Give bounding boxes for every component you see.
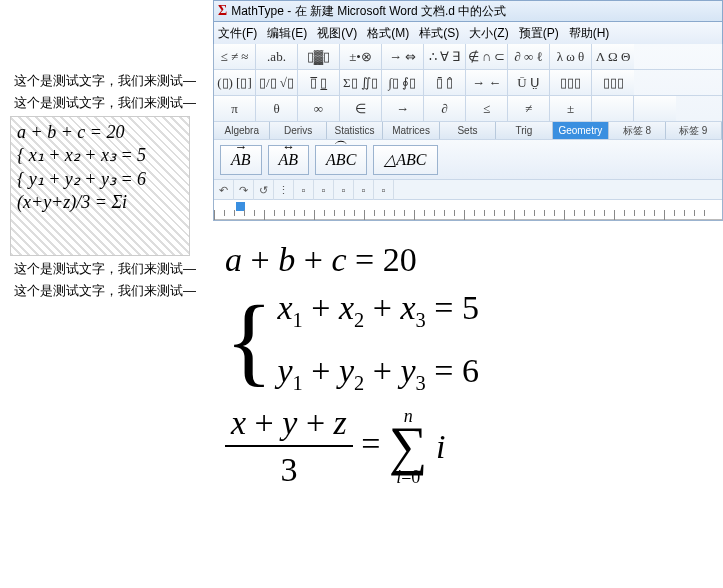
quick-pi[interactable]: π xyxy=(214,96,256,121)
equation-editor[interactable]: a + b + c = 20 { x1 + x2 + x3 = 5 y1 + y… xyxy=(213,221,723,509)
menu-format[interactable]: 格式(M) xyxy=(367,25,409,42)
palette-greek-upper[interactable]: Λ Ω Θ xyxy=(592,44,634,69)
toolbar-row-1: ≤ ≠ ≈ .ab. ▯▓▯ ±•⊗ → ⇔ ∴ ∀ ∃ ∉ ∩ ⊂ ∂ ∞ ℓ… xyxy=(214,44,722,70)
slot-icon[interactable]: ▫ xyxy=(294,180,314,200)
tab-statistics[interactable]: Statistics xyxy=(327,122,383,139)
toolbar-row-2: (▯) [▯] ▯/▯ √▯ ▯̅ ▯̲ Σ▯ ∬▯ ∫▯ ∮▯ ▯̄ ▯̂ →… xyxy=(214,70,722,96)
palette-overbars[interactable]: ▯̄ ▯̂ xyxy=(424,70,466,95)
undo-icon[interactable]: ↶ xyxy=(214,180,234,200)
palette-logic[interactable]: ∴ ∀ ∃ xyxy=(424,44,466,69)
palette-spaces[interactable]: .ab. xyxy=(256,44,298,69)
template-arc-abc[interactable]: ⏜ABC xyxy=(315,145,367,175)
geometry-templates: →AB ↔AB ⏜ABC △ABC xyxy=(214,140,722,180)
quick-le[interactable]: ≤ xyxy=(466,96,508,121)
tab-geometry[interactable]: Geometry xyxy=(553,122,609,139)
slot-icon[interactable]: ▫ xyxy=(334,180,354,200)
palette-fractions[interactable]: ▯/▯ √▯ xyxy=(256,70,298,95)
menu-edit[interactable]: 编辑(E) xyxy=(267,25,307,42)
tab-derivs[interactable]: Derivs xyxy=(270,122,326,139)
palette-boxes[interactable]: ▯▯▯ xyxy=(592,70,634,95)
tab-9[interactable]: 标签 9 xyxy=(666,122,722,139)
slot-icon[interactable]: ▫ xyxy=(374,180,394,200)
mathtype-window: Σ MathType - 在 新建 Microsoft Word 文档.d 中的… xyxy=(213,0,723,588)
palette-arrows[interactable]: → ⇔ xyxy=(382,44,424,69)
tab-8[interactable]: 标签 8 xyxy=(609,122,665,139)
tab-algebra[interactable]: Algebra xyxy=(214,122,270,139)
embedded-formula-object[interactable]: a + b + c = 20 { x₁ + x₂ + x₃ = 5 { y₁ +… xyxy=(10,116,190,256)
redo-icon[interactable]: ↷ xyxy=(234,180,254,200)
palette-greek-lower[interactable]: λ ω θ xyxy=(550,44,592,69)
menu-icon[interactable]: ⋮ xyxy=(274,180,294,200)
menu-bar: 文件(F) 编辑(E) 视图(V) 格式(M) 样式(S) 大小(Z) 预置(P… xyxy=(213,22,723,44)
app-icon: Σ xyxy=(218,3,227,19)
quick-partial[interactable]: ∂ xyxy=(424,96,466,121)
word-document-pane: 这个是测试文字，我们来测试— 这个是测试文字，我们来测试— a + b + c … xyxy=(0,0,213,588)
menu-file[interactable]: 文件(F) xyxy=(218,25,257,42)
menu-prefs[interactable]: 预置(P) xyxy=(519,25,559,42)
reset-icon[interactable]: ↺ xyxy=(254,180,274,200)
sample-text: 这个是测试文字，我们来测试— xyxy=(0,92,213,114)
quick-pm[interactable]: ± xyxy=(550,96,592,121)
slot-icon[interactable]: ▫ xyxy=(354,180,374,200)
menu-help[interactable]: 帮助(H) xyxy=(569,25,610,42)
palette-sums[interactable]: Σ▯ ∬▯ xyxy=(340,70,382,95)
toolbar-row-3: π θ ∞ ∈ → ∂ ≤ ≠ ± xyxy=(214,96,722,122)
sample-text: 这个是测试文字，我们来测试— xyxy=(0,70,213,92)
symbol-toolbar: ≤ ≠ ≈ .ab. ▯▓▯ ±•⊗ → ⇔ ∴ ∀ ∃ ∉ ∩ ⊂ ∂ ∞ ℓ… xyxy=(213,44,723,221)
tab-sets[interactable]: Sets xyxy=(440,122,496,139)
category-tabs: Algebra Derivs Statistics Matrices Sets … xyxy=(214,122,722,140)
palette-bars[interactable]: ▯̅ ▯̲ xyxy=(298,70,340,95)
menu-view[interactable]: 视图(V) xyxy=(317,25,357,42)
title-bar[interactable]: Σ MathType - 在 新建 Microsoft Word 文档.d 中的… xyxy=(213,0,723,22)
palette-misc[interactable]: ∂ ∞ ℓ xyxy=(508,44,550,69)
slot-icon[interactable]: ▫ xyxy=(314,180,334,200)
quick-element[interactable]: ∈ xyxy=(340,96,382,121)
quick-empty[interactable] xyxy=(592,96,634,121)
ruler[interactable] xyxy=(214,200,722,220)
tab-matrices[interactable]: Matrices xyxy=(383,122,439,139)
palette-operators[interactable]: ±•⊗ xyxy=(340,44,382,69)
menu-style[interactable]: 样式(S) xyxy=(419,25,459,42)
palette-labeled-arrows[interactable]: → ← xyxy=(466,70,508,95)
palette-fences[interactable]: (▯) [▯] xyxy=(214,70,256,95)
palette-set[interactable]: ∉ ∩ ⊂ xyxy=(466,44,508,69)
palette-relations[interactable]: ≤ ≠ ≈ xyxy=(214,44,256,69)
quick-infinity[interactable]: ∞ xyxy=(298,96,340,121)
template-triangle-abc[interactable]: △ABC xyxy=(373,145,437,175)
template-vector-ab[interactable]: →AB xyxy=(220,145,262,175)
sample-text: 这个是测试文字，我们来测试— xyxy=(0,280,213,302)
window-title: MathType - 在 新建 Microsoft Word 文档.d 中的公式 xyxy=(231,3,506,20)
equation-fraction-sum: x + y + z 3 = n ∑ i=0 i xyxy=(225,400,711,494)
quick-theta[interactable]: θ xyxy=(256,96,298,121)
palette-under-over[interactable]: Ū Ṳ xyxy=(508,70,550,95)
equation-line-1: a + b + c = 20 xyxy=(225,237,711,283)
palette-integrals[interactable]: ∫▯ ∮▯ xyxy=(382,70,424,95)
quick-ne[interactable]: ≠ xyxy=(508,96,550,121)
menu-size[interactable]: 大小(Z) xyxy=(469,25,508,42)
palette-matrices[interactable]: ▯▯▯ xyxy=(550,70,592,95)
equation-system: { x1 + x2 + x3 = 5 y1 + y2 + y3 = 6 xyxy=(225,285,711,398)
quick-empty[interactable] xyxy=(634,96,676,121)
edit-toolbar: ↶ ↷ ↺ ⋮ ▫ ▫ ▫ ▫ ▫ xyxy=(214,180,722,200)
sample-text: 这个是测试文字，我们来测试— xyxy=(0,258,213,280)
quick-arrow[interactable]: → xyxy=(382,96,424,121)
template-line-ab[interactable]: ↔AB xyxy=(268,145,310,175)
palette-embellish[interactable]: ▯▓▯ xyxy=(298,44,340,69)
tab-trig[interactable]: Trig xyxy=(496,122,552,139)
